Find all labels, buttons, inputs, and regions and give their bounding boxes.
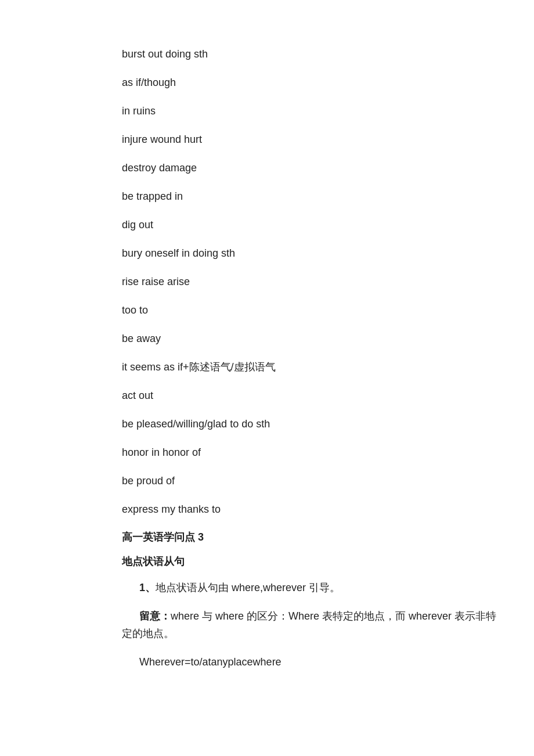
phrase-text-13: act out: [122, 390, 153, 401]
phrase-text-12: it seems as if+陈述语气/虚拟语气: [122, 361, 276, 373]
phrase-text-17: express my thanks to: [122, 503, 221, 515]
phrase-14: be pleased/willing/glad to do sth: [122, 416, 499, 432]
phrase-text-1: burst out doing sth: [122, 48, 208, 60]
phrase-2: as if/though: [122, 75, 499, 91]
note1-label: 1、: [139, 582, 156, 593]
phrase-text-2: as if/though: [122, 77, 176, 88]
phrase-text-8: bury oneself in doing sth: [122, 247, 235, 259]
note2-label: 留意：: [139, 610, 171, 622]
note1-text: 地点状语从句由 where,wherever 引导。: [156, 582, 340, 593]
phrase-10: too to: [122, 303, 499, 318]
note3-text: Wherever=to/atanyplacewhere: [139, 656, 282, 668]
phrase-13: act out: [122, 388, 499, 404]
phrase-4: injure wound hurt: [122, 132, 499, 147]
phrase-text-11: be away: [122, 333, 161, 344]
phrase-6: be trapped in: [122, 189, 499, 204]
phrase-12: it seems as if+陈述语气/虚拟语气: [122, 359, 499, 375]
phrase-text-15: honor in honor of: [122, 447, 201, 458]
phrase-text-7: dig out: [122, 219, 153, 231]
phrase-text-10: too to: [122, 304, 148, 316]
phrase-text-9: rise raise arise: [122, 276, 190, 287]
section-subtitle: 地点状语从句: [122, 555, 499, 568]
phrase-15: honor in honor of: [122, 445, 499, 460]
section-title: 高一英语学问点 3: [122, 530, 499, 544]
phrase-11: be away: [122, 331, 499, 347]
phrase-7: dig out: [122, 217, 499, 233]
phrase-text-4: injure wound hurt: [122, 134, 202, 145]
note2-text: where 与 where 的区分：Where 表特定的地点，而 whereve…: [122, 610, 496, 640]
note-2: 留意：where 与 where 的区分：Where 表特定的地点，而 wher…: [122, 607, 499, 643]
note-3: Wherever=to/atanyplacewhere: [122, 653, 499, 671]
phrase-17: express my thanks to: [122, 502, 499, 517]
phrase-text-5: destroy damage: [122, 162, 197, 174]
phrase-3: in ruins: [122, 103, 499, 119]
phrase-16: be proud of: [122, 473, 499, 489]
phrase-text-6: be trapped in: [122, 190, 183, 202]
main-content: burst out doing sth as if/though in ruin…: [0, 46, 534, 671]
phrase-9: rise raise arise: [122, 274, 499, 290]
phrase-text-14: be pleased/willing/glad to do sth: [122, 418, 270, 430]
phrase-text-16: be proud of: [122, 475, 175, 487]
phrase-1: burst out doing sth: [122, 46, 499, 62]
phrase-5: destroy damage: [122, 160, 499, 176]
phrase-text-3: in ruins: [122, 105, 156, 117]
note-1: 1、地点状语从句由 where,wherever 引导。: [122, 579, 499, 597]
phrase-8: bury oneself in doing sth: [122, 246, 499, 261]
